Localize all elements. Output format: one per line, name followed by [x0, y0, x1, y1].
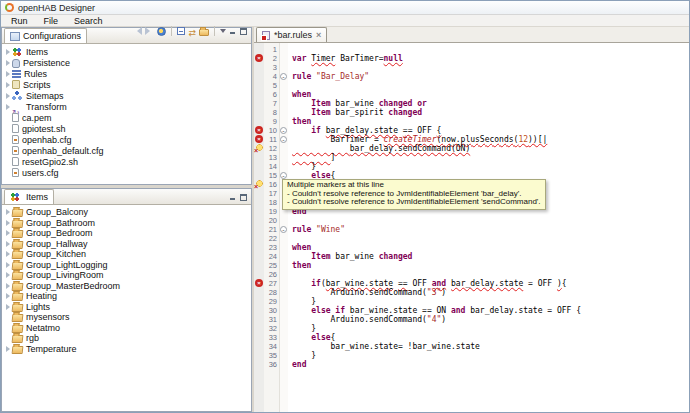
marker-gutter[interactable] — [254, 43, 264, 412]
code-line[interactable]: ] — [288, 153, 689, 162]
code-line[interactable]: end — [288, 360, 689, 369]
expander-icon[interactable] — [4, 220, 12, 226]
code-line[interactable]: bar_delay.sendCommand(ON) — [288, 144, 689, 153]
tree-item-resetgpio2-sh[interactable]: resetGpio2.sh — [4, 156, 251, 167]
tree-item-openhab-default-cfg[interactable]: openhab_default.cfg — [4, 145, 251, 156]
code-line[interactable]: else{ — [288, 333, 689, 342]
tree-item-group-bedroom[interactable]: Group_Bedroom — [4, 228, 251, 239]
tree-item-heating[interactable]: Heating — [4, 291, 251, 302]
code-line[interactable]: Item bar_wine changed or — [288, 99, 689, 108]
code-line[interactable] — [288, 63, 689, 72]
maximize-icon[interactable] — [240, 28, 247, 35]
tree-item-gpiotest-sh[interactable]: gpiotest.sh — [4, 123, 251, 134]
error-marker-icon[interactable] — [254, 54, 264, 63]
configurations-tab[interactable]: Configurations — [4, 28, 87, 43]
quickfix-error-marker-icon[interactable] — [254, 180, 264, 189]
expander-icon[interactable] — [4, 241, 12, 247]
tree-item-group-hallway[interactable]: Group_Hallway — [4, 239, 251, 250]
tree-item-sitemaps[interactable]: Sitemaps — [4, 90, 251, 101]
fold-toggle[interactable] — [280, 72, 288, 81]
tree-item-group-masterbedroom[interactable]: Group_MasterBedroom — [4, 281, 251, 292]
code-pane[interactable]: var Timer BarTimer=nullrule "Bar_Delay"w… — [288, 43, 689, 412]
tree-item-rules[interactable]: Rules — [4, 68, 251, 79]
tree-item-persistence[interactable]: Persistence — [4, 57, 251, 68]
tree-item-group-lightlogging[interactable]: Group_LightLogging — [4, 260, 251, 271]
tree-item-ca-pem[interactable]: ca.pem — [4, 112, 251, 123]
tree-item-group-bathroom[interactable]: Group_Bathroom — [4, 218, 251, 229]
fold-gutter[interactable] — [280, 43, 288, 412]
tree-item-group-livingroom[interactable]: Group_LivingRoom — [4, 270, 251, 281]
code-line[interactable]: Arduino.sendCommand("3") — [288, 288, 689, 297]
code-line[interactable]: if(bar_wine.state == OFF and bar_delay.s… — [288, 279, 689, 288]
tree-item-transform[interactable]: Transform — [4, 101, 251, 112]
code-line[interactable]: } — [288, 297, 689, 306]
tree-item-scripts[interactable]: Scripts — [4, 79, 251, 90]
code-line[interactable] — [288, 45, 689, 54]
code-line[interactable]: } — [288, 324, 689, 333]
error-marker-icon[interactable] — [254, 135, 264, 144]
tree-item-users-cfg[interactable]: users.cfg — [4, 167, 251, 178]
link-editor-icon[interactable] — [188, 22, 196, 40]
view-menu-icon[interactable] — [220, 29, 226, 36]
tree-item-mysensors[interactable]: mysensors — [4, 312, 251, 323]
code-line[interactable]: bar_wine.state= !bar_wine.state — [288, 342, 689, 351]
expander-icon[interactable] — [4, 283, 12, 289]
code-line[interactable]: then — [288, 261, 689, 270]
code-line[interactable]: else if bar_wine.state == ON and bar_del… — [288, 306, 689, 315]
expander-icon[interactable] — [4, 304, 12, 310]
forward-icon[interactable] — [145, 27, 154, 35]
expander-icon[interactable] — [4, 82, 12, 88]
minimize-icon[interactable] — [229, 28, 237, 35]
code-line[interactable]: Item bar_wine changed — [288, 252, 689, 261]
expander-icon[interactable] — [4, 93, 12, 99]
code-line[interactable]: var Timer BarTimer=null — [288, 54, 689, 63]
editor-tab-bar-rules[interactable]: *bar.rules × — [256, 27, 327, 42]
menu-run[interactable]: Run — [3, 16, 36, 26]
code-line[interactable]: } — [288, 162, 689, 171]
home-icon[interactable] — [157, 27, 166, 36]
code-line[interactable]: } — [288, 351, 689, 360]
code-line[interactable]: rule "Bar_Delay" — [288, 72, 689, 81]
fold-toggle[interactable] — [280, 126, 288, 135]
minimize-icon[interactable] — [229, 194, 237, 201]
code-line[interactable]: when — [288, 243, 689, 252]
items-tab[interactable]: Items — [4, 189, 54, 204]
code-line[interactable] — [288, 270, 689, 279]
code-line[interactable]: BarTimer = createTimer(now.plusSeconds(1… — [288, 135, 689, 144]
tree-item-rgb[interactable]: rgb — [4, 333, 251, 344]
code-line[interactable] — [288, 81, 689, 90]
tree-item-group-balcony[interactable]: Group_Balcony — [4, 207, 251, 218]
expander-icon[interactable] — [4, 104, 12, 110]
code-line[interactable]: rule "Wine" — [288, 225, 689, 234]
expander-icon[interactable] — [4, 71, 12, 77]
tree-item-netatmo[interactable]: Netatmo — [4, 323, 251, 334]
back-icon[interactable] — [133, 27, 142, 35]
collapse-all-icon[interactable] — [177, 27, 185, 35]
maximize-icon[interactable] — [240, 194, 247, 201]
tree-item-lights[interactable]: Lights — [4, 302, 251, 313]
error-marker-icon[interactable] — [254, 126, 264, 135]
menu-file[interactable]: File — [36, 16, 67, 26]
fold-toggle[interactable] — [280, 225, 288, 234]
expander-icon[interactable] — [4, 49, 12, 55]
tree-item-temperature[interactable]: Temperature — [4, 344, 251, 355]
open-folder-icon[interactable] — [199, 29, 209, 36]
close-icon[interactable]: × — [316, 31, 321, 40]
code-line[interactable]: Arduino.sendCommand("4") — [288, 315, 689, 324]
expander-icon[interactable] — [4, 262, 12, 268]
expander-icon[interactable] — [4, 60, 12, 66]
menu-search[interactable]: Search — [66, 16, 111, 26]
expander-icon[interactable] — [4, 346, 12, 352]
code-line[interactable] — [288, 216, 689, 225]
code-line[interactable]: if bar_delay.state == OFF { — [288, 126, 689, 135]
code-line[interactable] — [288, 234, 689, 243]
tree-item-openhab-cfg[interactable]: openhab.cfg — [4, 134, 251, 145]
code-line[interactable]: then — [288, 117, 689, 126]
fold-toggle[interactable] — [280, 135, 288, 144]
quickfix-error-marker-icon[interactable] — [254, 144, 264, 153]
error-marker-icon[interactable] — [254, 279, 264, 288]
tree-item-items[interactable]: Items — [4, 46, 251, 57]
code-line[interactable]: Item bar_spirit changed — [288, 108, 689, 117]
tree-item-group-kitchen[interactable]: Group_Kitchen — [4, 249, 251, 260]
code-line[interactable]: when — [288, 90, 689, 99]
